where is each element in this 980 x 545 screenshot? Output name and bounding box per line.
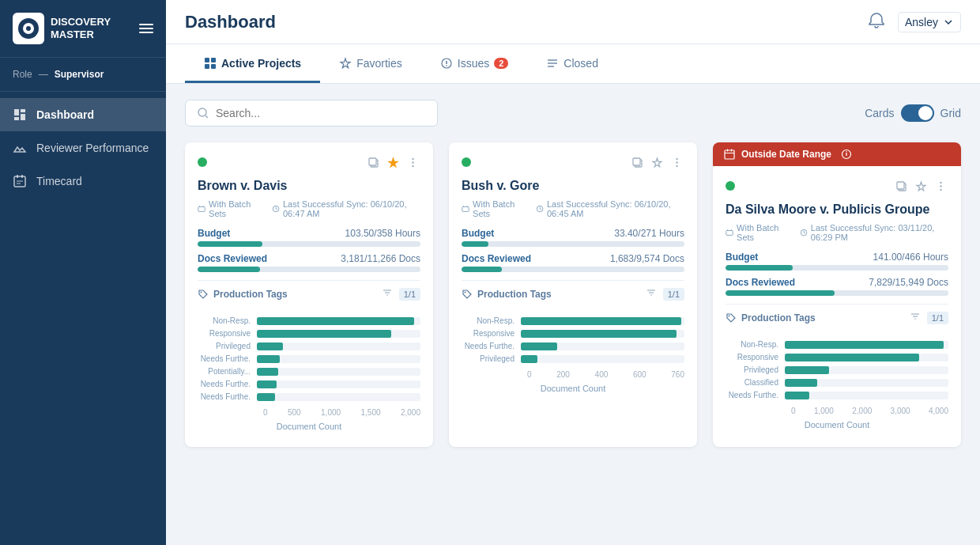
tags-label: Production Tags xyxy=(198,289,288,300)
logo-icon xyxy=(13,13,44,44)
budget-progress xyxy=(726,265,948,271)
svg-point-22 xyxy=(412,158,413,160)
tab-closed[interactable]: Closed xyxy=(527,44,617,83)
budget-label: Budget xyxy=(726,252,758,263)
view-toggle-group: Cards Grid xyxy=(865,104,961,122)
timecard-icon xyxy=(13,174,27,188)
chart-area: Non-Resp. Responsive Privileged Classifi… xyxy=(726,331,948,433)
card-header xyxy=(726,179,948,196)
hamburger-menu[interactable] xyxy=(139,24,153,33)
info-icon xyxy=(841,149,852,160)
docs-progress xyxy=(726,290,948,296)
filter-button[interactable] xyxy=(910,311,921,324)
card-card2: Bush v. Gore With Batch Sets Last Suc xyxy=(449,142,697,447)
role-display: Role — Supervisor xyxy=(0,58,166,92)
bar-track xyxy=(521,317,684,325)
tab-active-projects[interactable]: Active Projects xyxy=(185,44,320,83)
card-body: Bush v. Gore With Batch Sets Last Suc xyxy=(449,142,697,409)
view-toggle[interactable] xyxy=(901,104,934,122)
meta-batches: With Batch Sets xyxy=(198,199,261,218)
sidebar-label-reviewer: Reviewer Performance xyxy=(36,142,149,154)
docs-value: 7,829/15,949 Docs xyxy=(869,277,948,288)
card-meta: With Batch Sets Last Successful Sync: 03… xyxy=(726,223,948,242)
more-icon xyxy=(671,157,683,168)
bar-fill xyxy=(257,343,283,350)
svg-rect-54 xyxy=(897,182,904,189)
docs-label: Docs Reviewed xyxy=(462,253,531,264)
sidebar-label-dashboard: Dashboard xyxy=(36,108,94,121)
tags-section: Production Tags 1/1 xyxy=(726,304,948,331)
svg-point-62 xyxy=(729,315,730,316)
toolbar: Cards Grid xyxy=(185,100,961,127)
sidebar-item-reviewer[interactable]: Reviewer Performance xyxy=(0,131,166,165)
bar-label: Needs Furthe. xyxy=(198,354,257,363)
search-input[interactable] xyxy=(216,107,426,119)
tags-section: Production Tags 1/1 xyxy=(462,280,684,307)
notifications-button[interactable] xyxy=(868,12,885,32)
user-menu-button[interactable]: Ansley xyxy=(898,12,961,32)
alert-text: Outside Date Range xyxy=(741,149,831,160)
status-dot xyxy=(726,181,735,191)
bar-fill xyxy=(257,393,275,401)
svg-point-37 xyxy=(676,165,677,167)
copy-button[interactable] xyxy=(366,155,381,172)
budget-fill xyxy=(462,241,488,247)
svg-point-29 xyxy=(201,291,202,293)
cards-grid: Brown v. Davis With Batch Sets Last S xyxy=(185,142,961,447)
sidebar-item-dashboard[interactable]: Dashboard xyxy=(0,98,166,131)
star-button[interactable] xyxy=(914,179,929,196)
axis-tick: 4,000 xyxy=(929,407,948,415)
budget-value: 33.40/271 Hours xyxy=(614,228,684,239)
bar-track xyxy=(257,355,420,363)
card-actions xyxy=(630,155,684,172)
header-right: Ansley xyxy=(868,12,961,32)
tab-favorites-label: Favorties xyxy=(356,57,402,70)
svg-point-56 xyxy=(940,185,941,187)
tab-active-label: Active Projects xyxy=(221,57,301,70)
bar-fill xyxy=(521,330,677,338)
budget-stat: Budget 103.50/358 Hours xyxy=(198,228,420,247)
bar-label: Non-Resp. xyxy=(198,316,257,325)
star-button[interactable] xyxy=(386,155,401,172)
bar-fill xyxy=(257,330,391,338)
bar-row: Responsive xyxy=(198,329,420,338)
docs-label: Docs Reviewed xyxy=(726,277,795,288)
list-icon xyxy=(546,57,559,70)
tab-issues[interactable]: Issues 2 xyxy=(421,44,528,83)
copy-button[interactable] xyxy=(894,179,909,196)
card-card1: Brown v. Davis With Batch Sets Last S xyxy=(185,142,433,447)
tag-icon xyxy=(198,289,209,300)
docs-stat: Docs Reviewed 7,829/15,949 Docs xyxy=(726,277,948,296)
bar-chart: Non-Resp. Responsive Privileged Needs Fu… xyxy=(198,313,420,408)
docs-progress xyxy=(198,267,420,272)
svg-rect-34 xyxy=(633,158,640,165)
bar-label: Potentially... xyxy=(198,367,257,376)
bar-track xyxy=(521,330,684,338)
svg-point-36 xyxy=(676,161,677,163)
bar-row: Non-Resp. xyxy=(198,316,420,325)
filter-button[interactable] xyxy=(382,287,393,301)
budget-value: 103.50/358 Hours xyxy=(345,228,420,239)
more-button[interactable] xyxy=(933,179,948,196)
app-name: DISCOVERYMASTER xyxy=(51,16,111,40)
chart-axis: 05001,0001,5002,000 xyxy=(198,408,420,417)
more-button[interactable] xyxy=(405,155,420,172)
role-label: Role xyxy=(13,69,32,80)
bar-fill xyxy=(785,341,944,349)
bar-track xyxy=(521,355,684,363)
tab-favorites[interactable]: Favorties xyxy=(320,44,421,83)
search-icon xyxy=(197,107,209,119)
docs-progress xyxy=(462,267,684,272)
svg-point-23 xyxy=(412,161,413,163)
more-button[interactable] xyxy=(669,155,684,172)
copy-button[interactable] xyxy=(630,155,645,172)
budget-stat: Budget 33.40/271 Hours xyxy=(462,228,684,247)
card-stats: Budget 141.00/466 Hours Docs Reviewed 7,… xyxy=(726,252,948,296)
filter-icon xyxy=(382,287,393,298)
star-button-icon xyxy=(915,180,927,192)
sidebar-item-timecard[interactable]: Timecard xyxy=(0,165,166,198)
meta-sync: Last Successful Sync: 06/10/20, 06:45 AM xyxy=(536,199,684,218)
filter-button[interactable] xyxy=(646,287,657,301)
star-button[interactable] xyxy=(650,155,665,172)
search-box[interactable] xyxy=(185,100,438,127)
